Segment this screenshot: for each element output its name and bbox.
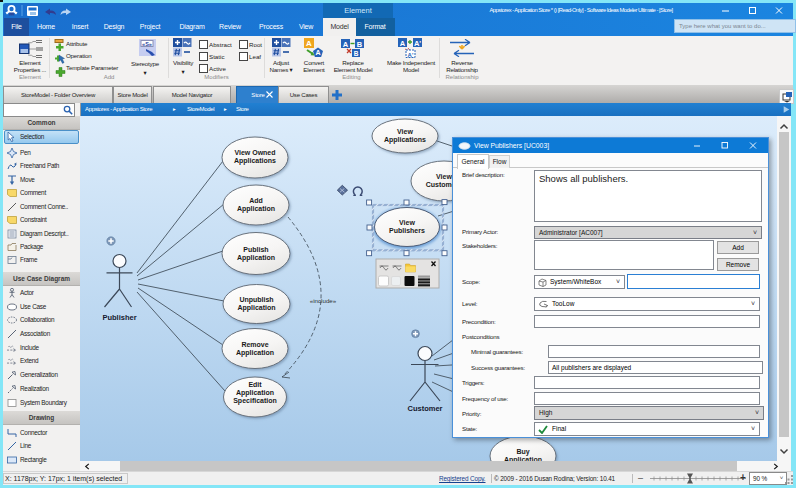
svg-text:Application: Application (237, 304, 275, 312)
svg-text:Add: Add (249, 197, 263, 204)
svg-text:A: A (343, 40, 349, 49)
svg-text:View Owned: View Owned (234, 149, 275, 156)
svg-text:A: A (315, 49, 320, 56)
svg-text:Remove: Remove (241, 341, 268, 348)
svg-text:A: A (400, 39, 406, 48)
svg-text:Application: Application (236, 349, 274, 357)
svg-text:A': A' (408, 52, 414, 58)
svg-text:«S»: «S» (142, 41, 152, 47)
svg-text:A: A (306, 39, 312, 48)
svg-text:B: B (354, 50, 359, 57)
svg-text:View: View (436, 173, 452, 180)
svg-text:Customer: Customer (407, 404, 442, 413)
svg-text:Publish: Publish (243, 246, 268, 253)
svg-text:View: View (397, 128, 413, 135)
svg-text:Applications: Applications (384, 136, 426, 144)
svg-text:Applications: Applications (234, 157, 276, 165)
svg-text:Publishers: Publishers (389, 227, 425, 234)
svg-text:Edit: Edit (248, 381, 262, 388)
svg-text:Application: Application (236, 389, 274, 397)
svg-text:Publisher: Publisher (102, 313, 136, 322)
svg-text:View: View (399, 219, 415, 226)
svg-text:Application: Application (237, 254, 275, 262)
svg-text:B: B (357, 40, 363, 49)
svg-text:A': A' (414, 39, 421, 48)
svg-text:«include»: «include» (310, 297, 337, 304)
svg-text:Unpublish: Unpublish (239, 296, 273, 304)
svg-text:Specification: Specification (233, 397, 277, 405)
svg-text:Buy: Buy (516, 448, 529, 456)
svg-text:Application: Application (237, 205, 275, 213)
